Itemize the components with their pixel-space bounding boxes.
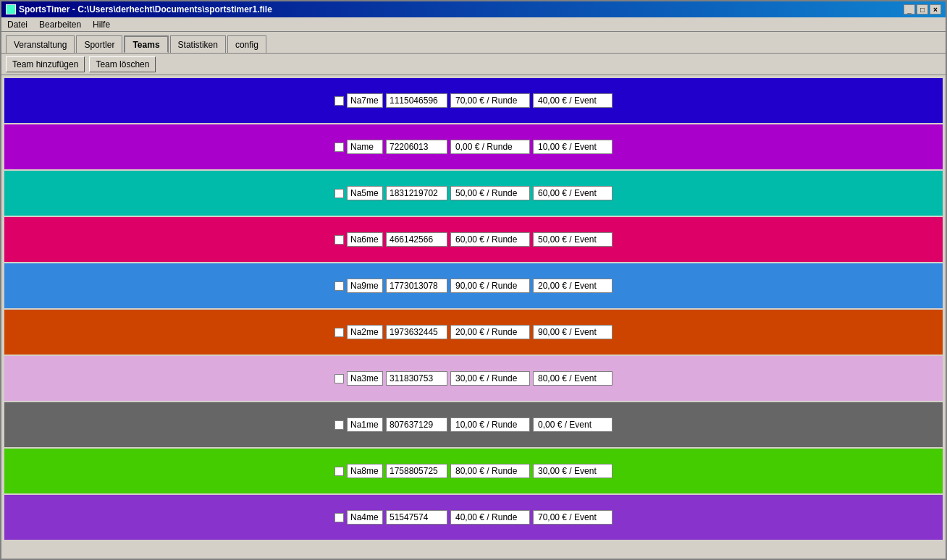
team-row-inner: Na5me 1831219702 50,00 € / Runde 60,00 €… [334,186,613,200]
tab-teams[interactable]: Teams [124,35,168,53]
team-rate-round-field[interactable]: 0,00 € / Runde [450,140,530,154]
team-number-field[interactable]: 466142566 [386,232,447,247]
team-checkbox[interactable] [334,189,344,198]
team-row: Na6me 466142566 60,00 € / Runde 50,00 € … [4,217,943,262]
team-row-inner: Na7me 1115046596 70,00 € / Runde 40,00 €… [334,93,613,108]
tab-bar: Veranstaltung Sportler Teams Statistiken… [1,32,946,54]
add-team-button[interactable]: Team hinzufügen [6,56,85,72]
team-rate-round-field[interactable]: 30,00 € / Runde [450,371,530,386]
toolbar: Team hinzufügen Team löschen [1,54,946,75]
team-number-field[interactable]: 72206013 [386,140,447,154]
team-row: Na1me 807637129 10,00 € / Runde 0,00 € /… [4,402,943,447]
team-row: Na9me 1773013078 90,00 € / Runde 20,00 €… [4,263,943,308]
team-row-inner: Na9me 1773013078 90,00 € / Runde 20,00 €… [334,279,613,293]
teams-content: Na7me 1115046596 70,00 € / Runde 40,00 €… [1,75,946,559]
team-checkbox[interactable] [334,420,344,430]
team-rate-round-field[interactable]: 10,00 € / Runde [450,417,530,432]
team-row: Na2me 1973632445 20,00 € / Runde 90,00 €… [4,310,943,355]
title-bar: SportsTimer - C:\Users\derhecht\Document… [1,1,946,17]
team-rate-event-field[interactable]: 50,00 € / Event [533,232,613,247]
window-title: SportsTimer - C:\Users\derhecht\Document… [19,4,272,14]
team-row: Na3me 311830753 30,00 € / Runde 80,00 € … [4,356,943,401]
team-rate-event-field[interactable]: 80,00 € / Event [533,371,613,386]
team-row-inner: Na4me 51547574 40,00 € / Runde 70,00 € /… [334,510,613,525]
team-number-field[interactable]: 1773013078 [386,279,447,293]
team-rate-event-field[interactable]: 60,00 € / Event [533,186,613,200]
tab-veranstaltung[interactable]: Veranstaltung [6,35,75,53]
title-bar-left: SportsTimer - C:\Users\derhecht\Document… [6,4,272,14]
team-name-field[interactable]: Na1me [347,417,383,432]
team-rate-event-field[interactable]: 30,00 € / Event [533,464,613,478]
team-rate-event-field[interactable]: 90,00 € / Event [533,325,613,339]
tab-config[interactable]: config [227,35,266,53]
team-checkbox[interactable] [334,374,344,383]
team-checkbox[interactable] [334,513,344,522]
team-row: Na7me 1115046596 70,00 € / Runde 40,00 €… [4,78,943,123]
team-name-field[interactable]: Na8me [347,464,383,478]
team-name-field[interactable]: Na9me [347,279,383,293]
team-name-field[interactable]: Name [347,140,383,154]
team-name-field[interactable]: Na2me [347,325,383,339]
team-checkbox[interactable] [334,96,344,106]
team-row: Na5me 1831219702 50,00 € / Runde 60,00 €… [4,171,943,216]
main-window: SportsTimer - C:\Users\derhecht\Document… [0,0,947,560]
menu-hilfe[interactable]: Hilfe [90,19,113,30]
team-rate-round-field[interactable]: 70,00 € / Runde [450,93,530,108]
team-rate-event-field[interactable]: 40,00 € / Event [533,93,613,108]
app-icon [6,4,16,14]
team-rate-round-field[interactable]: 80,00 € / Runde [450,464,530,478]
menu-bar: Datei Bearbeiten Hilfe [1,17,946,32]
team-rate-round-field[interactable]: 50,00 € / Runde [450,186,530,200]
delete-team-button[interactable]: Team löschen [89,56,156,72]
maximize-button[interactable]: □ [917,4,928,14]
team-name-field[interactable]: Na6me [347,232,383,247]
team-row-inner: Name 72206013 0,00 € / Runde 10,00 € / E… [334,140,613,154]
menu-datei[interactable]: Datei [4,19,30,30]
team-number-field[interactable]: 1831219702 [386,186,447,200]
team-name-field[interactable]: Na3me [347,371,383,386]
title-bar-buttons: _ □ × [904,4,941,14]
team-rate-round-field[interactable]: 60,00 € / Runde [450,232,530,247]
team-checkbox[interactable] [334,467,344,476]
team-number-field[interactable]: 1115046596 [386,93,447,108]
tab-statistiken[interactable]: Statistiken [170,35,226,53]
team-name-field[interactable]: Na4me [347,510,383,525]
team-checkbox[interactable] [334,235,344,245]
close-button[interactable]: × [930,4,941,14]
team-checkbox[interactable] [334,143,344,152]
tab-sportler[interactable]: Sportler [76,35,122,53]
team-row: Name 72206013 0,00 € / Runde 10,00 € / E… [4,124,943,169]
team-rate-event-field[interactable]: 0,00 € / Event [533,417,613,432]
team-row-inner: Na3me 311830753 30,00 € / Runde 80,00 € … [334,371,613,386]
team-name-field[interactable]: Na7me [347,93,383,108]
team-rate-event-field[interactable]: 70,00 € / Event [533,510,613,525]
team-row-inner: Na1me 807637129 10,00 € / Runde 0,00 € /… [334,417,613,432]
team-number-field[interactable]: 51547574 [386,510,447,525]
team-number-field[interactable]: 311830753 [386,371,447,386]
team-checkbox[interactable] [334,328,344,337]
team-rate-event-field[interactable]: 20,00 € / Event [533,279,613,293]
team-checkbox[interactable] [334,281,344,291]
team-row: Na4me 51547574 40,00 € / Runde 70,00 € /… [4,495,943,540]
team-number-field[interactable]: 807637129 [386,417,447,432]
team-number-field[interactable]: 1973632445 [386,325,447,339]
team-row: Na8me 1758805725 80,00 € / Runde 30,00 €… [4,449,943,493]
team-rate-round-field[interactable]: 40,00 € / Runde [450,510,530,525]
menu-bearbeiten[interactable]: Bearbeiten [36,19,84,30]
team-rate-event-field[interactable]: 10,00 € / Event [533,140,613,154]
minimize-button[interactable]: _ [904,4,915,14]
team-row-inner: Na8me 1758805725 80,00 € / Runde 30,00 €… [334,464,613,478]
team-rate-round-field[interactable]: 20,00 € / Runde [450,325,530,339]
team-number-field[interactable]: 1758805725 [386,464,447,478]
team-row-inner: Na6me 466142566 60,00 € / Runde 50,00 € … [334,232,613,247]
team-name-field[interactable]: Na5me [347,186,383,200]
team-rate-round-field[interactable]: 90,00 € / Runde [450,279,530,293]
team-row-inner: Na2me 1973632445 20,00 € / Runde 90,00 €… [334,325,613,339]
